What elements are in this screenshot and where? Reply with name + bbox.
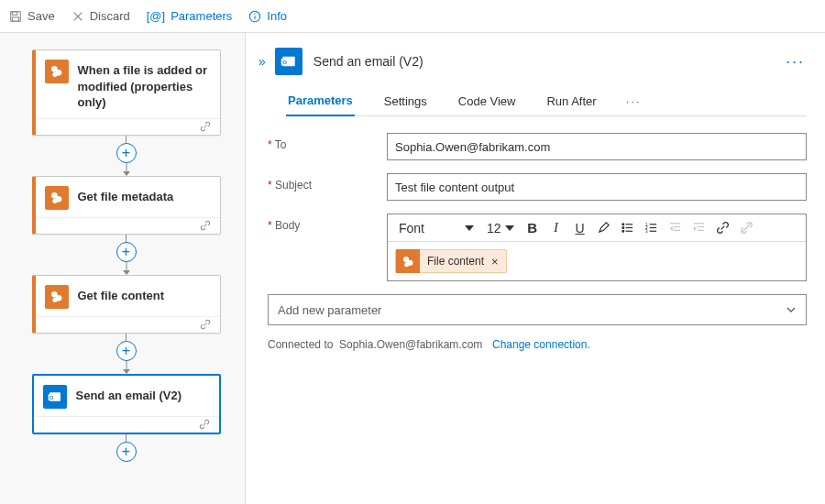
font-select-label: Font [399,221,424,236]
parameters-label: Parameters [170,9,232,23]
connection-info: Connected to Sophia.Owen@fabrikam.com Ch… [268,338,807,351]
sharepoint-icon [396,249,420,273]
svg-point-15 [52,198,57,203]
svg-text:3: 3 [645,229,648,234]
outdent-button[interactable] [665,217,687,239]
link-icon [200,220,211,231]
tab-run-after[interactable]: Run After [544,87,598,115]
change-connection-link[interactable]: Change connection. [492,338,590,351]
detail-title: Send an email (V2) [314,54,424,69]
body-label: Body [268,214,387,232]
underline-button[interactable]: U [569,217,591,239]
svg-point-31 [622,227,624,229]
svg-rect-1 [13,11,17,15]
svg-point-20 [52,297,57,301]
svg-point-29 [622,224,624,225]
add-step-button[interactable]: + [116,442,137,462]
info-label: Info [267,9,287,23]
detail-panel: » O Send an email (V2) ··· Parameters Se… [246,33,825,504]
chevron-down-icon [786,304,797,315]
x-icon [72,10,84,23]
font-size-label: 12 [487,221,501,236]
add-step-button[interactable]: + [116,143,137,163]
flow-card-trigger[interactable]: When a file is added or modified (proper… [32,49,221,136]
body-editor: Font 12 B I U 123 [387,214,807,281]
connector: + [116,334,137,374]
tabs-more-button[interactable]: ··· [626,94,642,108]
flow-card-get-metadata[interactable]: Get file metadata [32,176,221,235]
italic-button[interactable]: I [545,217,567,239]
svg-marker-22 [123,369,130,374]
svg-marker-48 [694,226,697,232]
save-label: Save [28,9,55,23]
outlook-icon: O [275,48,302,75]
sharepoint-icon [45,186,69,210]
token-remove-button[interactable]: × [490,255,506,268]
discard-label: Discard [90,9,130,23]
token-label: File content [420,255,490,268]
svg-marker-44 [670,226,673,232]
to-input[interactable] [387,133,807,160]
connector: + [116,235,137,275]
tab-code-view[interactable]: Code View [456,87,518,115]
highlight-button[interactable] [593,217,615,239]
font-select[interactable]: Font [393,221,479,236]
card-title: When a file is added or modified (proper… [78,60,209,111]
collapse-panel-button[interactable]: » [258,54,264,69]
font-size-select[interactable]: 12 [481,221,520,236]
add-parameter-dropdown[interactable]: Add new parameter [268,294,807,325]
card-title: Send an email (V2) [76,385,182,404]
connection-prefix: Connected to [268,338,333,351]
tab-settings[interactable]: Settings [382,87,429,115]
info-icon [248,10,261,23]
discard-button[interactable]: Discard [72,9,130,23]
subject-input[interactable] [387,173,807,201]
card-title: Get file content [78,285,165,304]
indent-button[interactable] [688,217,710,239]
outlook-icon: O [43,385,67,409]
add-step-button[interactable]: + [116,341,137,361]
dynamic-content-token[interactable]: File content × [395,249,507,273]
flow-card-get-content[interactable]: Get file content [32,275,221,334]
svg-marker-17 [123,270,130,275]
svg-marker-12 [123,171,130,176]
editor-toolbar: Font 12 B I U 123 [388,214,806,242]
tab-parameters[interactable]: Parameters [286,86,355,116]
svg-text:O: O [50,394,53,400]
link-icon [199,419,210,430]
caret-down-icon [505,225,514,231]
unlink-button[interactable] [736,217,758,239]
parameters-button[interactable]: [@] Parameters [147,9,233,23]
body-editor-content[interactable]: File content × [388,242,806,280]
connector: + [116,136,137,176]
card-title: Get file metadata [78,186,174,205]
svg-text:O: O [282,60,287,65]
subject-label: Subject [268,173,387,192]
to-label: To [268,133,387,151]
flow-canvas: When a file is added or modified (proper… [0,33,246,504]
svg-point-7 [255,13,256,14]
add-parameter-label: Add new parameter [278,303,381,317]
save-icon [9,10,22,23]
link-button[interactable] [712,217,734,239]
svg-point-10 [52,72,57,77]
detail-more-button[interactable]: ··· [786,52,807,71]
add-step-button[interactable]: + [116,242,137,262]
detail-tabs: Parameters Settings Code View Run After … [286,86,807,116]
command-bar: Save Discard [@] Parameters Info [0,0,825,33]
connector: + [116,434,137,462]
bulleted-list-button[interactable] [617,217,639,239]
sharepoint-icon [45,285,69,309]
svg-point-33 [622,230,624,232]
flow-card-send-email[interactable]: O Send an email (V2) [32,374,221,434]
svg-rect-2 [13,16,19,20]
info-button[interactable]: Info [248,9,287,23]
numbered-list-button[interactable]: 123 [641,217,663,239]
save-button[interactable]: Save [9,9,55,23]
link-icon [200,121,211,132]
bold-button[interactable]: B [522,217,544,239]
svg-point-52 [404,262,409,267]
connection-account: Sophia.Owen@fabrikam.com [339,338,482,351]
caret-down-icon [465,225,474,231]
parameters-icon: [@] [147,9,165,23]
